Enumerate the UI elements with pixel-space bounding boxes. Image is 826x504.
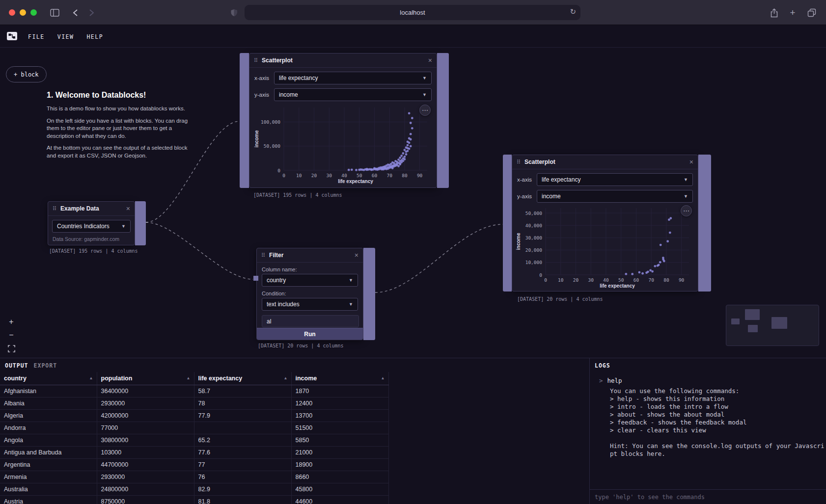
- prompt-chevron-icon: >: [599, 377, 603, 384]
- table-row[interactable]: Argentina447000007718900: [0, 458, 388, 471]
- y-axis-select[interactable]: income ▼: [537, 190, 693, 203]
- table-row[interactable]: Austria875000081.844600: [0, 495, 388, 504]
- log-command-input[interactable]: [590, 494, 826, 501]
- traffic-light-minimize[interactable]: [20, 9, 26, 16]
- dataset-caption: [DATASET] 20 rows | 4 columns: [258, 343, 344, 348]
- x-axis-select[interactable]: life expectancy ▼: [537, 173, 693, 186]
- tab-export[interactable]: EXPORT: [34, 362, 57, 369]
- zoom-out-button[interactable]: −: [7, 331, 16, 340]
- traffic-lights: [9, 9, 37, 16]
- table-row[interactable]: Australia2480000082.945800: [0, 483, 388, 495]
- input-connector-bar[interactable]: [240, 53, 249, 188]
- sidebar-toggle-button[interactable]: [48, 6, 61, 19]
- scatter-chart: 0102030405060708090050,000100,000life ex…: [252, 105, 435, 185]
- welcome-note: 1. Welcome to Datablocks! This is a demo…: [47, 91, 195, 164]
- sort-asc-icon[interactable]: ▲: [381, 376, 385, 380]
- output-connector-bar[interactable]: [135, 201, 146, 245]
- table-cell: Andorra: [0, 422, 97, 434]
- privacy-report-button[interactable]: [227, 6, 240, 19]
- close-icon[interactable]: ×: [428, 57, 432, 64]
- minimap[interactable]: [726, 305, 819, 346]
- url-text[interactable]: localhost: [400, 9, 425, 16]
- column-header[interactable]: life expectancy▲: [194, 372, 291, 385]
- flow-canvas[interactable]: + block 1. Welcome to Datablocks! This i…: [0, 48, 826, 358]
- table-row[interactable]: Albania29300007812400: [0, 397, 388, 409]
- back-button[interactable]: [69, 6, 82, 19]
- zoom-in-button[interactable]: +: [7, 318, 16, 326]
- output-connector-bar[interactable]: [698, 155, 711, 292]
- table-row[interactable]: Antigua and Barbuda10300077.621000: [0, 446, 388, 458]
- output-connector-bar[interactable]: [437, 53, 449, 188]
- log-line: > intro - loads the intro a flow: [610, 403, 826, 411]
- node-title-bar[interactable]: ⠿ Filter ×: [257, 248, 363, 263]
- svg-text:50,000: 50,000: [525, 211, 543, 216]
- node-example-data[interactable]: ⠿ Example Data × Countries Indicators ▼ …: [48, 201, 135, 245]
- shield-icon: [230, 9, 238, 17]
- sort-asc-icon[interactable]: ▲: [284, 376, 288, 380]
- node-title-bar[interactable]: ⠿ Example Data ×: [48, 202, 135, 216]
- table-row[interactable]: Afghanistan3640000058.71870: [0, 385, 388, 397]
- chart-options-button[interactable]: ⋯: [419, 105, 431, 116]
- svg-text:life expectancy: life expectancy: [600, 283, 635, 289]
- table-cell: 77: [194, 458, 291, 471]
- node-scatterplot-right[interactable]: ⠿ Scatterplot × x-axis life expectancy ▼…: [512, 155, 698, 292]
- menu-help[interactable]: HELP: [86, 33, 103, 40]
- filter-query-input[interactable]: [262, 315, 359, 327]
- input-connector-bar[interactable]: [503, 155, 512, 292]
- input-port[interactable]: [253, 276, 258, 281]
- y-axis-select[interactable]: income ▼: [274, 88, 432, 101]
- node-title-bar[interactable]: ⠿ Scatterplot ×: [512, 155, 698, 169]
- traffic-light-close[interactable]: [9, 9, 15, 16]
- menu-file[interactable]: FILE: [28, 33, 45, 40]
- fit-view-button[interactable]: [7, 344, 16, 353]
- minimap-node: [731, 318, 740, 324]
- table-row[interactable]: Armenia2930000768660: [0, 471, 388, 483]
- dataset-select[interactable]: Countries Indicators ▼: [52, 220, 131, 233]
- close-icon[interactable]: ×: [689, 159, 693, 165]
- refresh-icon[interactable]: ↻: [570, 7, 576, 16]
- app-logo-icon[interactable]: [6, 31, 18, 41]
- table-row[interactable]: Algeria4200000077.913700: [0, 409, 388, 422]
- menu-view[interactable]: VIEW: [57, 33, 74, 40]
- tab-overview-button[interactable]: [805, 6, 818, 19]
- sort-asc-icon[interactable]: ▲: [187, 376, 191, 380]
- drag-handle-icon[interactable]: ⠿: [254, 58, 258, 63]
- x-axis-select[interactable]: life expectancy ▼: [274, 72, 432, 84]
- node-filter[interactable]: ⠿ Filter × Column name: country ▼ Condit…: [256, 248, 363, 340]
- table-row[interactable]: Angola3080000065.25850: [0, 434, 388, 446]
- node-scatterplot-top[interactable]: ⠿ Scatterplot × x-axis life expectancy ▼…: [249, 53, 437, 188]
- column-header[interactable]: income▲: [291, 372, 388, 385]
- column-header[interactable]: population▲: [97, 372, 194, 385]
- drag-handle-icon[interactable]: ⠿: [261, 253, 265, 258]
- close-icon[interactable]: ×: [126, 205, 130, 212]
- chart-options-button[interactable]: ⋯: [681, 205, 692, 216]
- output-connector-bar[interactable]: [363, 248, 375, 340]
- new-tab-button[interactable]: +: [786, 6, 799, 19]
- condition-select[interactable]: text includes ▼: [262, 298, 358, 311]
- drag-handle-icon[interactable]: ⠿: [517, 159, 521, 165]
- share-button[interactable]: [768, 6, 780, 19]
- table-cell: 8660: [291, 471, 388, 483]
- scatter-chart: 0102030405060708090010,00020,00030,00040…: [514, 205, 697, 290]
- table-cell: 51500: [291, 422, 388, 434]
- sort-asc-icon[interactable]: ▲: [89, 376, 93, 380]
- column-select[interactable]: country ▼: [262, 274, 358, 287]
- data-source-label: Data Source: gapminder.com: [53, 236, 130, 242]
- dataset-caption: [DATASET] 20 rows | 4 columns: [517, 296, 603, 302]
- log-line: > clear - clears this view: [610, 426, 826, 434]
- table-row[interactable]: Andorra7700051500: [0, 422, 388, 434]
- close-icon[interactable]: ×: [355, 252, 358, 259]
- table-cell: Armenia: [0, 471, 97, 483]
- log-line: > help - shows this information: [610, 395, 826, 403]
- column-header[interactable]: country▲: [0, 372, 97, 385]
- x-axis-label: x-axis: [517, 177, 537, 183]
- table-cell: 78: [194, 397, 291, 409]
- add-block-button[interactable]: + block: [6, 66, 47, 82]
- tab-output[interactable]: OUTPUT: [5, 362, 28, 369]
- node-title-bar[interactable]: ⠿ Scatterplot ×: [249, 53, 437, 68]
- run-button[interactable]: Run: [257, 328, 363, 340]
- traffic-light-maximize[interactable]: [30, 9, 37, 16]
- drag-handle-icon[interactable]: ⠿: [53, 206, 56, 212]
- forward-button[interactable]: [85, 6, 98, 19]
- url-bar[interactable]: localhost ↻: [245, 5, 580, 20]
